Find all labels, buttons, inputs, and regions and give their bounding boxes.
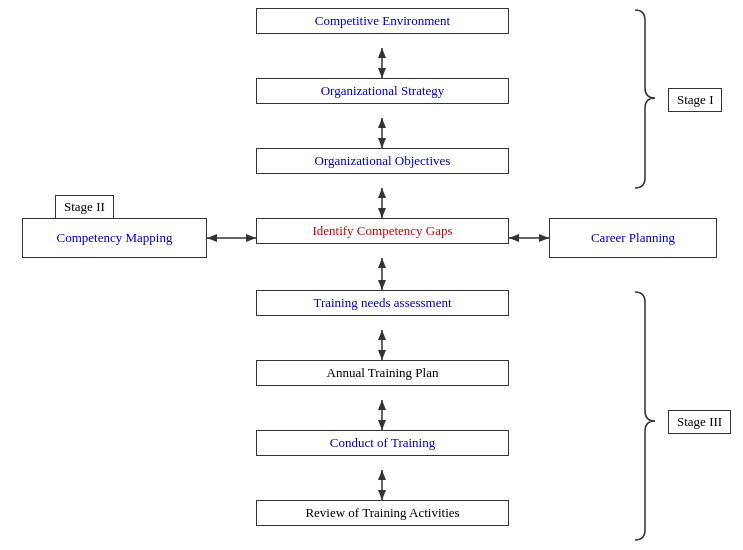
- career-planning-box: Career Planning: [549, 218, 717, 258]
- svg-marker-20: [378, 350, 386, 360]
- svg-marker-11: [246, 234, 256, 242]
- org-objectives-box: Organizational Objectives: [256, 148, 509, 174]
- svg-marker-16: [378, 258, 386, 268]
- stage-2-label: Stage II: [55, 195, 114, 219]
- svg-marker-8: [378, 208, 386, 218]
- conduct-training-box: Conduct of Training: [256, 430, 509, 456]
- org-strategy-box: Organizational Strategy: [256, 78, 509, 104]
- svg-marker-25: [378, 470, 386, 480]
- competency-mapping-box: Competency Mapping: [22, 218, 207, 258]
- stage-1-label: Stage I: [668, 88, 722, 112]
- identify-gaps-box: Identify Competency Gaps: [256, 218, 509, 244]
- svg-marker-4: [378, 118, 386, 128]
- diagram-container: Competitive Environment Organizational S…: [0, 0, 743, 550]
- svg-marker-13: [509, 234, 519, 242]
- stage-3-label: Stage III: [668, 410, 731, 434]
- svg-marker-2: [378, 68, 386, 78]
- svg-marker-19: [378, 330, 386, 340]
- svg-marker-17: [378, 280, 386, 290]
- svg-marker-7: [378, 188, 386, 198]
- training-needs-box: Training needs assessment: [256, 290, 509, 316]
- review-activities-box: Review of Training Activities: [256, 500, 509, 526]
- svg-marker-23: [378, 420, 386, 430]
- svg-marker-26: [378, 490, 386, 500]
- annual-plan-box: Annual Training Plan: [256, 360, 509, 386]
- svg-marker-5: [378, 138, 386, 148]
- competitive-environment-box: Competitive Environment: [256, 8, 509, 34]
- svg-marker-22: [378, 400, 386, 410]
- svg-marker-1: [378, 48, 386, 58]
- svg-marker-10: [207, 234, 217, 242]
- svg-marker-14: [539, 234, 549, 242]
